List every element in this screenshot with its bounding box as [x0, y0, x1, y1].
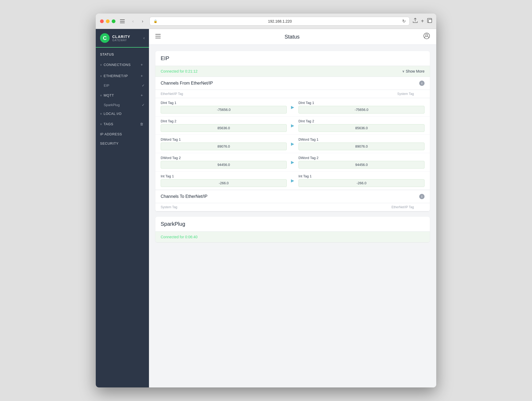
sidebar-item-mqtt[interactable]: ∨ MQTT + — [96, 90, 149, 101]
menu-icon-button[interactable] — [155, 34, 161, 40]
channel-left-label-3: DWord Tag 1 — [161, 137, 287, 141]
sidebar-item-local-io-label: LOCAL I/O — [104, 112, 145, 116]
top-bar: Status — [149, 29, 436, 45]
col-system-tag-to: System Tag — [161, 205, 287, 209]
user-profile-button[interactable] — [423, 33, 430, 41]
channel-right-2: DInt Tag 2 85636.0 — [298, 119, 425, 132]
channel-right-1: DInt Tag 1 -75656.0 — [298, 101, 425, 114]
arrow-icon-3: ► — [290, 141, 295, 147]
chevron-down-icon: ∨ — [402, 69, 405, 73]
logo-text: CLARITY GATEWAY — [112, 35, 130, 42]
channel-left-label-2: DInt Tag 2 — [161, 119, 287, 123]
svg-rect-1 — [120, 21, 125, 22]
sidebar-item-eip[interactable]: EIP ✓ — [96, 81, 149, 90]
svg-rect-2 — [120, 23, 125, 23]
sidebar-item-tags-label: TAGS — [104, 122, 139, 126]
channels-to-info-icon[interactable]: i — [419, 194, 425, 199]
address-text: 192.168.1.220 — [160, 19, 400, 23]
eip-check-icon: ✓ — [142, 83, 145, 87]
channel-left-value-2: 85636.0 — [161, 124, 287, 132]
sidebar-item-connections[interactable]: ∨ CONNECTIONS + — [96, 59, 149, 70]
traffic-lights — [100, 19, 115, 23]
connections-caret: ∨ — [100, 63, 102, 66]
channels-to-title: Channels To EtherNet/IP — [161, 194, 207, 199]
channels-from-title: Channels From EtherNet/IP — [161, 81, 213, 86]
logo-name: CLARITY — [112, 35, 130, 39]
channel-right-label-3: DWord Tag 1 — [298, 137, 425, 141]
arrow-icon-1: ► — [290, 104, 295, 110]
share-button[interactable] — [413, 18, 418, 24]
address-bar[interactable]: 🔒 192.168.1.220 ↻ — [149, 17, 410, 26]
channel-left-4: DWord Tag 2 94456.0 — [161, 156, 287, 169]
sidebar-item-local-io[interactable]: ∨ LOCAL I/O — [96, 109, 149, 118]
channels-from-header: Channels From EtherNet/IP i — [155, 77, 430, 90]
eip-card: EIP Connected for 0:21:12 ∨ Show More Ch… — [155, 51, 430, 211]
channels-to-columns: System Tag EtherNet/IP Tag — [155, 203, 430, 211]
sidebar-item-security[interactable]: SECURITY — [96, 139, 149, 148]
channel-left-value-5: -266.0 — [161, 179, 287, 187]
channel-left-label-5: Int Tag 1 — [161, 174, 287, 178]
mqtt-add-icon[interactable]: + — [139, 92, 145, 98]
reload-button[interactable]: ↻ — [402, 19, 406, 24]
sparkplug-card: SparkPlug Connected for 0:06:40 — [155, 217, 430, 242]
sidebar-item-ethernet-label: ETHERNET/IP — [104, 74, 139, 78]
sidebar-item-mqtt-label: MQTT — [104, 93, 139, 97]
new-tab-button[interactable]: + — [421, 18, 424, 24]
app-container: C CLARITY GATEWAY ‹ STATUS ∨ CONNECTIONS… — [96, 29, 436, 387]
channel-left-label-1: DInt Tag 1 — [161, 101, 287, 105]
channel-right-label-2: DInt Tag 2 — [298, 119, 425, 123]
sparkplug-status-bar: Connected for 0:06:40 — [155, 232, 430, 242]
channels-from-columns: EtherNet/IP Tag System Tag — [155, 90, 430, 98]
browser-actions: + — [413, 18, 432, 24]
channel-left-3: DWord Tag 1 89076.0 — [161, 137, 287, 150]
local-io-caret: ∨ — [100, 112, 102, 115]
col-ethernet-tag-to: EtherNet/IP Tag — [287, 205, 425, 209]
fullscreen-button[interactable] — [112, 19, 115, 23]
col-ethernet-tag: EtherNet/IP Tag — [161, 92, 287, 96]
sparkplug-status-text: Connected for 0:06:40 — [161, 235, 198, 239]
sidebar-collapse-button[interactable]: ‹ — [143, 36, 145, 40]
sidebar-item-ip-address[interactable]: IP ADDRESS — [96, 130, 149, 139]
sidebar-toggle-button[interactable] — [119, 18, 126, 25]
channel-right-label-4: DWord Tag 2 — [298, 156, 425, 160]
sidebar-item-status[interactable]: STATUS — [96, 50, 149, 59]
lock-icon: 🔒 — [153, 19, 157, 23]
channel-row-2: DInt Tag 2 85636.0 ► DInt Tag 2 85636.0 — [155, 116, 430, 135]
channel-left-value-3: 89076.0 — [161, 143, 287, 150]
tabs-button[interactable] — [427, 18, 432, 24]
logo-sub: GATEWAY — [112, 39, 130, 42]
arrow-icon-5: ► — [290, 178, 295, 184]
sparkplug-card-header: SparkPlug — [155, 217, 430, 232]
sparkplug-card-title: SparkPlug — [161, 221, 185, 227]
sidebar-item-sparkplug[interactable]: SparkPlug ✓ — [96, 101, 149, 109]
tags-trash-icon[interactable]: 🗑 — [139, 121, 145, 127]
forward-button[interactable]: › — [139, 18, 146, 25]
channel-left-2: DInt Tag 2 85636.0 — [161, 119, 287, 132]
sidebar-sparkplug-label: SparkPlug — [104, 103, 142, 107]
ethernet-add-icon[interactable]: + — [139, 73, 145, 79]
eip-connection-status-bar: Connected for 0:21:12 ∨ Show More — [155, 66, 430, 77]
close-button[interactable] — [100, 19, 104, 23]
sparkplug-check-icon: ✓ — [142, 103, 145, 107]
sidebar-item-ethernet-ip[interactable]: ∨ ETHERNET/IP + — [96, 70, 149, 81]
channel-right-value-2: 85636.0 — [298, 124, 425, 132]
svg-rect-6 — [155, 36, 161, 36]
logo-icon: C — [100, 33, 110, 43]
svg-rect-4 — [429, 19, 432, 23]
channel-right-value-3: 89076.0 — [298, 143, 425, 150]
show-more-button[interactable]: ∨ Show More — [402, 69, 425, 73]
minimize-button[interactable] — [106, 19, 110, 23]
sidebar: C CLARITY GATEWAY ‹ STATUS ∨ CONNECTIONS… — [96, 29, 149, 387]
channel-right-value-4: 94456.0 — [298, 161, 425, 169]
channel-left-value-4: 94456.0 — [161, 161, 287, 169]
channel-left-value-1: -75656.0 — [161, 106, 287, 114]
col-system-tag: System Tag — [287, 92, 425, 96]
eip-card-header: EIP — [155, 51, 430, 66]
back-button[interactable]: ‹ — [129, 18, 137, 25]
sidebar-item-tags[interactable]: ∨ TAGS 🗑 — [96, 118, 149, 130]
svg-rect-5 — [155, 34, 161, 35]
connections-add-icon[interactable]: + — [139, 62, 145, 68]
channel-right-5: Int Tag 1 -266.0 — [298, 174, 425, 187]
channel-right-3: DWord Tag 1 89076.0 — [298, 137, 425, 150]
channels-from-info-icon[interactable]: i — [419, 81, 425, 86]
